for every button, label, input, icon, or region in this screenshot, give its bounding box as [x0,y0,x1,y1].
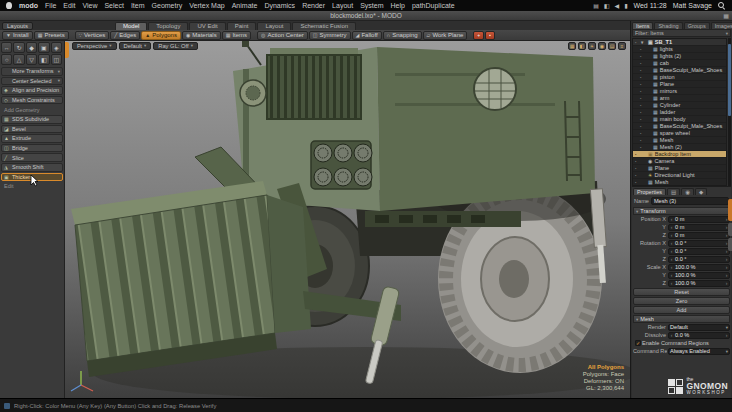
menu-item[interactable]: Render [302,2,325,9]
spotlight-search-icon[interactable] [718,2,726,10]
toolbar-button[interactable]: ◎Action Center [257,31,308,40]
command-regions-dropdown[interactable]: Always Enabled ▾ [668,348,730,355]
property-input[interactable]: ‹ 0 m › [668,224,730,231]
visibility-icon[interactable]: • [635,180,639,185]
toolbar-button[interactable]: ▲Polygons [141,31,181,40]
grid-icon[interactable]: ▤ [608,42,616,50]
visibility-icon[interactable]: • [640,82,644,87]
menu-item[interactable]: View [82,2,97,9]
tool-icon-button[interactable]: ○ [1,54,12,65]
visibility-icon[interactable]: • [640,89,644,94]
wireframe-icon[interactable]: ▦ [568,42,576,50]
scrollbar-thumb[interactable] [728,44,731,116]
property-input[interactable]: ‹ 100.0 % › [668,280,730,287]
item-list-row[interactable]: • ▦ Plane [633,165,726,172]
window-title-bar[interactable]: blockmodel.lxo* - MODO ▦ [0,11,732,21]
item-list-row[interactable]: • ▦ spare wheel [633,130,726,137]
left-panel-item[interactable]: More Transforms ▾ [1,67,63,76]
app-menu[interactable]: modo [19,2,38,9]
item-list-row[interactable]: • ▦ piston [633,74,726,81]
visibility-icon[interactable]: • [640,103,644,108]
lasso-selection-icon[interactable]: ▪ [485,31,495,40]
menu-item[interactable]: Layout [332,2,353,9]
viewport-options-icon[interactable]: ≡ [618,42,626,50]
item-list-row[interactable]: • ▣ Backdrop Item [633,151,726,158]
tool-icon-button[interactable]: ◧ [38,54,49,65]
left-panel-item[interactable]: ◪ Bevel [1,125,63,134]
left-panel-item[interactable]: ▦ SDS Subdivide [1,115,63,124]
item-list-row[interactable]: • ▦ cab [633,60,726,67]
camera-icon[interactable]: ◉ [598,42,606,50]
tool-icon-button[interactable]: ▽ [26,54,37,65]
item-list-row[interactable]: • ▦ Plane [633,81,726,88]
item-list-row[interactable]: • ▦ ladder [633,109,726,116]
visibility-icon[interactable]: • [640,47,644,52]
left-panel-item[interactable]: ◈ Align and Precision [1,86,63,95]
menu-item[interactable]: Select [104,2,123,9]
panel-tab[interactable]: Groups [684,22,710,29]
render-dropdown[interactable]: Default ▾ [668,324,730,331]
viewport-dropdown[interactable]: Perspective ▾ [72,42,117,50]
toolbar-button[interactable]: ∵Vertices [75,31,110,40]
menu-item[interactable]: Animate [232,2,258,9]
panel-tab[interactable]: Images [711,22,732,29]
item-list-row[interactable]: • ▦ Mesh (2) [633,144,726,151]
keyboard-icon[interactable]: ▤ [593,2,599,9]
transform-button[interactable]: Add [633,306,730,314]
property-input[interactable]: ‹ 0.0 ° › [668,248,730,255]
increment-icon[interactable]: › [724,272,729,278]
item-list-row[interactable]: • ▦ arm [633,95,726,102]
shaded-icon[interactable]: ◧ [578,42,586,50]
menu-item[interactable]: File [45,2,56,9]
increment-icon[interactable]: › [724,256,729,262]
toolbar-button[interactable]: ◫Symmetry [309,31,351,40]
menu-item[interactable]: Item [131,2,145,9]
menu-bar-user[interactable]: Matt Savage [673,2,712,9]
item-list-row[interactable]: • ▦ main body [633,116,726,123]
visibility-icon[interactable]: • [635,152,639,157]
visibility-icon[interactable]: • [635,166,639,171]
menu-item[interactable]: Geometry [152,2,183,9]
menu-item[interactable]: Help [390,2,404,9]
property-input[interactable]: ‹ 100.0 % › [668,272,730,279]
panel-tab[interactable]: ◉ [681,188,694,195]
increment-icon[interactable]: › [724,264,729,270]
panel-tab[interactable]: Items [632,22,653,29]
menu-item[interactable]: System [360,2,383,9]
toolbar-button[interactable]: ◉Materials [182,31,221,40]
toolbar-button[interactable]: ∩Snapping [383,31,422,40]
apple-menu-icon[interactable] [6,2,12,9]
layout-tab[interactable]: Paint [227,22,257,30]
item-list-row[interactable]: • ▦ Mesh [633,179,726,186]
left-panel-item[interactable]: ◫ Bridge [1,144,63,153]
left-panel-item[interactable]: Center Selected ▾ [1,77,63,86]
layout-tab[interactable]: Topology [148,22,188,30]
item-list-row[interactable]: • ▦ BaseSculpt_Male_Shoes [633,123,726,130]
panel-tab[interactable]: ▤ [667,188,680,195]
form-tab[interactable] [728,223,732,236]
toolbar-button[interactable]: ▦Presets [34,31,69,40]
dissolve-input[interactable]: ‹ 0.0 % › [668,332,730,339]
name-field[interactable]: Mesh (3) [651,197,729,205]
menu-item[interactable]: Edit [63,2,75,9]
tool-icon-button[interactable]: ◆ [26,42,37,53]
visibility-icon[interactable]: • [640,117,644,122]
layout-tab[interactable]: UV Edit [189,22,225,30]
panel-tab[interactable]: ◆ [695,188,707,195]
battery-icon[interactable]: ▮ [624,2,627,9]
toolbar-button[interactable]: ╱Edges [110,31,140,40]
tool-icon-button[interactable]: ▣ [38,42,49,53]
mesh-section-header[interactable]: ▾ Mesh [633,315,730,323]
visibility-icon[interactable]: • [640,145,644,150]
property-input[interactable]: ‹ 0.0 ° › [668,240,730,247]
viewport-3d-scene[interactable] [65,41,630,398]
visibility-icon[interactable]: • [640,124,644,129]
viewport-3d[interactable]: Perspective ▾ Default ▾ Ray GL: Off ▾ ▦◧… [65,41,630,398]
item-list-row[interactable]: • ▦ lights (2) [633,53,726,60]
paint-selection-icon[interactable]: + [473,31,484,40]
menu-item[interactable]: Vertex Map [189,2,224,9]
visibility-icon[interactable]: • [640,68,644,73]
checkbox-checked-icon[interactable]: ✓ [635,340,641,346]
menu-bar-clock[interactable]: Wed 11:28 [633,2,666,9]
visibility-icon[interactable]: • [640,131,644,136]
